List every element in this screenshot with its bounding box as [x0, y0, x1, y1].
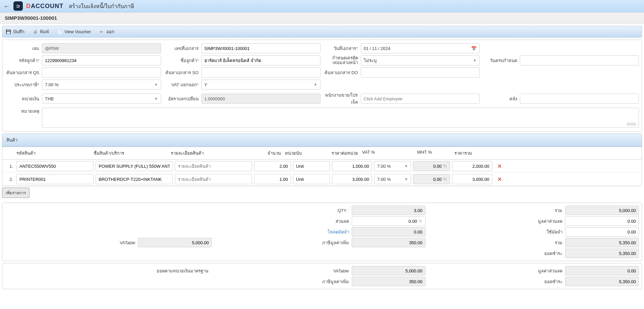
discamt-label: มูลค่าส่วนลด [518, 218, 565, 225]
unit-input[interactable] [293, 161, 330, 171]
total-input[interactable] [452, 161, 492, 171]
totals-panel: QTY : รวม ส่วนลด มูลค่าส่วนลด โหลดมัดจำ … [2, 203, 642, 261]
currency-label: หน่วยเงิน [5, 95, 42, 102]
detail-input[interactable] [175, 161, 252, 171]
findqs-label: ค้นหาเอกสาร QS [5, 69, 42, 76]
vat-select[interactable]: 7.00 %▼ [374, 161, 411, 171]
detail-input[interactable] [175, 174, 252, 184]
table-row: 1. 7.00 %▼ ✕ [2, 160, 642, 173]
table-row: 2. 7.00 %▼ ✕ [2, 173, 642, 186]
print-button[interactable]: 🖨 พิมพ์ [33, 28, 49, 35]
base-discamt-label: มูลค่าส่วนลด [518, 267, 565, 274]
price-input[interactable] [332, 174, 372, 184]
chevron-down-icon: ▼ [473, 58, 477, 62]
price-input[interactable] [332, 161, 372, 171]
header-vat: VAT % [360, 150, 397, 157]
base-discamt-value [565, 266, 639, 275]
header-detail: รายละเอียดสินค้า [169, 150, 246, 157]
print-icon: 🖨 [33, 29, 38, 35]
qty-input[interactable] [254, 161, 291, 171]
vatsep-select[interactable]: Y ▼ [201, 80, 320, 90]
name-input[interactable] [96, 174, 173, 184]
discamt-input[interactable] [565, 216, 639, 226]
save-icon: 💾 [6, 29, 11, 35]
credit-label: กำหนดเครดิตเทอมล่วงหน้า [324, 56, 361, 65]
base-title: ยอดตามหน่วยเงินมาตรฐาน [5, 267, 212, 274]
custname-input[interactable] [201, 55, 320, 65]
wh-input[interactable] [520, 94, 639, 104]
total-input[interactable] [452, 174, 492, 184]
name-input[interactable] [96, 161, 173, 171]
sum2-value [565, 238, 639, 247]
base-vatable-label: VATable [305, 268, 352, 273]
wht-input [413, 174, 450, 184]
code-input[interactable] [16, 161, 94, 171]
disc-input[interactable] [352, 216, 426, 226]
vat-value [352, 238, 426, 247]
vat-select[interactable]: 7.00 %▼ [374, 174, 411, 184]
qty-total [352, 206, 426, 215]
vatable-label: VATable [91, 240, 138, 245]
vatsep-label: VAT แยกนอก [164, 81, 201, 88]
delete-row-icon[interactable]: ✕ [497, 163, 502, 169]
header-code: รหัสสินค้า [14, 150, 92, 157]
sum1-total [565, 206, 639, 215]
usedeposit-input[interactable] [565, 227, 639, 237]
base-due-label: ยอดชำระ [518, 278, 565, 285]
finddo-input[interactable] [361, 67, 480, 78]
deposit-link[interactable]: โหลดมัดจำ [305, 228, 352, 236]
docdate-input[interactable]: 01 / 11 / 2024 📅 [361, 43, 480, 53]
header-form: เล่ม เลขที่เอกสาร วันที่เอกสาร 01 / 11 /… [2, 40, 642, 132]
book-input [42, 43, 161, 53]
unit-input[interactable] [293, 174, 330, 184]
base-vat-label: ภาษีมูลค่าเพิ่ม [305, 278, 352, 285]
docno-input[interactable] [201, 43, 320, 53]
custcode-input[interactable] [42, 55, 161, 65]
base-due-value [565, 277, 639, 286]
taxtype-select[interactable]: 7.00 % ▼ [42, 80, 161, 90]
wht-input [413, 161, 450, 171]
due-value [565, 249, 639, 258]
currency-select[interactable]: THB ▼ [42, 94, 161, 104]
qty-label: QTY : [305, 208, 352, 213]
usedeposit-label: ใช้มัดจำ [518, 228, 565, 236]
sales-input[interactable] [361, 94, 480, 104]
logo-icon: ⊃ [13, 1, 23, 11]
code-input[interactable] [16, 174, 94, 184]
credit-select[interactable]: ไม่ระบุ ▼ [361, 55, 480, 65]
findso-input[interactable] [201, 67, 320, 78]
header-name: ชื่อสินค้า/บริการ [92, 150, 169, 157]
sales-label: พนักงานขาย/โปรเจ็ค [324, 92, 361, 106]
remark-label: หมายเหตุ [5, 108, 42, 115]
back-icon[interactable]: ← [3, 2, 10, 10]
page-title: สร้างใบแจ้งหนี้/ใบกำกับภาษี [69, 2, 134, 10]
top-bar: ← ⊃ DACCOUNT สร้างใบแจ้งหนี้/ใบกำกับภาษี [0, 0, 644, 12]
row-number: 1. [4, 164, 14, 169]
exit-icon: ⇤ [99, 29, 104, 35]
taxtype-label: ประเภทภาษี [5, 81, 42, 88]
chevron-down-icon: ▼ [404, 164, 408, 168]
remark-textarea[interactable]: 0/500 [42, 108, 639, 128]
header-wht: WHT % [397, 150, 434, 157]
duedate-input[interactable] [520, 55, 639, 65]
grid-header-row: รหัสสินค้า ชื่อสินค้า/บริการ รายละเอียดส… [2, 147, 642, 160]
vat-label: ภาษีมูลค่าเพิ่ม [305, 239, 352, 246]
brand-name: DACCOUNT [26, 3, 63, 10]
add-row-button[interactable]: เพิ่มรายการ [2, 188, 30, 198]
save-button[interactable]: 💾 บันทึก [6, 28, 24, 35]
deposit-value [352, 227, 426, 237]
voucher-icon: 📄 [57, 29, 62, 35]
qty-input[interactable] [254, 174, 291, 184]
sum1-label: รวม [518, 207, 565, 214]
book-label: เล่ม [5, 45, 42, 52]
view-voucher-button[interactable]: 📄 View Voucher [57, 29, 91, 35]
docdate-label: วันที่เอกสาร [324, 45, 361, 52]
exit-button[interactable]: ⇤ ออก [99, 28, 114, 35]
findqs-input[interactable] [42, 67, 161, 78]
chevron-down-icon: ▼ [154, 83, 158, 87]
finddo-label: ค้นหาเอกสาร DO [324, 69, 361, 76]
delete-row-icon[interactable]: ✕ [497, 176, 502, 182]
duedate-label: วันครบกำหนด [483, 57, 520, 64]
base-currency-panel: ยอดตามหน่วยเงินมาตรฐาน VATable มูลค่าส่ว… [2, 263, 642, 289]
calendar-icon[interactable]: 📅 [471, 46, 477, 51]
